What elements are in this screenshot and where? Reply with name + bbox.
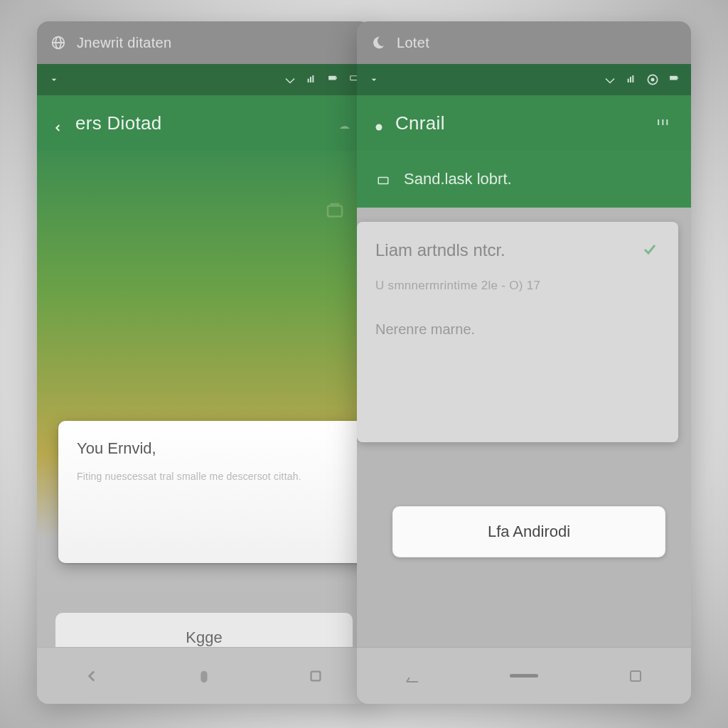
- info-card-meta: U smnnermrintime 2le - O) 17: [375, 279, 660, 293]
- primary-button-right-label: Lfa Andirodi: [488, 523, 570, 541]
- wifi-icon: [283, 74, 297, 85]
- browser-tab-title-right: Lotet: [397, 35, 429, 51]
- browser-tab-title: Jnewrit ditaten: [77, 35, 171, 51]
- signal-icon: [624, 74, 638, 85]
- snackbar-body: Fiting nuescessat tral smalle me descers…: [77, 469, 358, 483]
- globe-icon: [50, 34, 67, 51]
- svg-rect-12: [630, 77, 631, 82]
- snackbar-title: You Ernvid,: [77, 439, 358, 458]
- faint-action-icon: [323, 200, 351, 225]
- svg-rect-5: [328, 76, 336, 80]
- notification-dropdown-icon: [367, 74, 381, 85]
- phone-left: Jnewrit ditaten ers Diotad: [37, 21, 371, 704]
- svg-point-15: [651, 78, 653, 80]
- svg-rect-4: [312, 75, 314, 82]
- android-nav-bar-right: [357, 647, 691, 704]
- nav-home-icon[interactable]: [190, 665, 218, 687]
- nav-home-icon[interactable]: [510, 665, 538, 687]
- svg-rect-3: [310, 77, 311, 82]
- android-status-bar: [37, 64, 371, 95]
- info-card-title: Liam artndls ntcr.: [375, 240, 505, 260]
- svg-rect-10: [311, 671, 320, 680]
- app-title-right: Cnrail: [395, 112, 647, 134]
- app-brand-icon: [373, 117, 385, 129]
- primary-button-left-label: Kgge: [186, 628, 222, 647]
- check-icon: [641, 241, 660, 259]
- notification-dropdown-icon: [47, 74, 61, 85]
- info-card-meta2: Nerenre marne.: [375, 321, 660, 338]
- sub-header-label: Sand.lask lobrt.: [404, 170, 512, 188]
- battery-icon: [667, 74, 681, 85]
- svg-rect-8: [328, 206, 342, 217]
- folder-icon: [375, 173, 391, 186]
- app-action-bar-right: Cnrail ııı: [357, 95, 691, 151]
- snackbar-card: You Ernvid, Fiting nuescessat tral small…: [58, 421, 371, 563]
- action-menu-icon[interactable]: ııı: [657, 115, 675, 131]
- browser-chrome-bar-right: Lotet: [357, 21, 691, 64]
- sub-header-row[interactable]: Sand.lask lobrt.: [357, 151, 691, 208]
- android-nav-bar: [37, 647, 371, 704]
- primary-button-right[interactable]: Lfa Andirodi: [392, 506, 665, 557]
- moon-icon: [370, 34, 387, 51]
- nav-recents-icon[interactable]: [301, 665, 330, 687]
- browser-chrome-bar: Jnewrit ditaten: [37, 21, 371, 64]
- android-status-bar-right: [357, 64, 691, 95]
- svg-rect-13: [632, 75, 633, 82]
- right-content-area: Sand.lask lobrt. Liam artndls ntcr. U sm…: [357, 151, 691, 704]
- phone-right: Lotet Cnrail ııı: [357, 21, 691, 704]
- nav-back-icon[interactable]: [78, 665, 107, 687]
- info-card[interactable]: Liam artndls ntcr. U smnnermrintime 2le …: [357, 222, 678, 442]
- action-overflow-icon[interactable]: [337, 115, 355, 131]
- settings-status-icon: [646, 74, 660, 85]
- svg-rect-2: [308, 79, 309, 82]
- signal-icon: [304, 74, 318, 85]
- wifi-icon: [603, 74, 617, 85]
- left-content-area: You Ernvid, Fiting nuescessat tral small…: [37, 151, 371, 704]
- back-icon[interactable]: [53, 117, 65, 129]
- svg-rect-11: [628, 79, 629, 82]
- app-action-bar: ers Diotad: [37, 95, 371, 151]
- nav-back-icon[interactable]: [398, 665, 427, 687]
- svg-rect-17: [678, 77, 678, 79]
- nav-recents-icon[interactable]: [621, 665, 650, 687]
- svg-rect-9: [200, 670, 207, 682]
- svg-rect-20: [631, 671, 641, 681]
- svg-rect-19: [378, 178, 388, 184]
- svg-point-18: [376, 124, 382, 131]
- battery-icon: [326, 74, 340, 85]
- svg-rect-16: [670, 76, 678, 80]
- app-title: ers Diotad: [75, 112, 327, 134]
- svg-rect-6: [336, 77, 337, 79]
